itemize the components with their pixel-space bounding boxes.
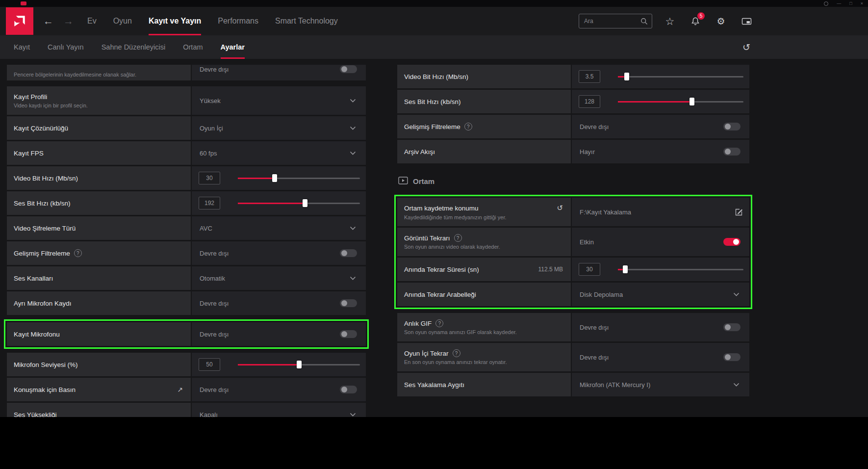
toggle-switch[interactable]	[340, 386, 357, 393]
slider-value-input[interactable]: 30	[579, 263, 600, 276]
edit-location-icon[interactable]	[734, 208, 743, 217]
highlight-box-right: Ortam kaydetme konumu↺Kaydedildiğinde tü…	[394, 195, 752, 309]
close-button[interactable]: ×	[861, 1, 863, 6]
setting-label-cell: Arşiv Akışı	[397, 140, 571, 163]
setting-row: Video Bit Hızı (Mb/sn)30	[7, 166, 366, 190]
toggle-switch[interactable]	[340, 299, 357, 307]
reset-icon[interactable]: ↺	[557, 204, 564, 212]
setting-row: Oyun İçi Tekrar?En son oyun oynama anını…	[397, 343, 749, 371]
subnav-item-1[interactable]: Kayıt	[14, 35, 30, 59]
slider[interactable]	[618, 98, 743, 105]
notifications-button[interactable]: 5	[689, 15, 701, 27]
slider-handle[interactable]	[297, 361, 302, 368]
chevron-down-icon[interactable]	[350, 276, 356, 281]
toggle-knob	[725, 124, 731, 130]
chevron-down-icon[interactable]	[350, 226, 356, 231]
nav-item-2[interactable]: Oyun	[113, 7, 132, 35]
slider-value-input[interactable]: 128	[579, 95, 600, 108]
setting-label: Anlık GIF	[404, 320, 432, 327]
overlay-button[interactable]	[740, 15, 752, 27]
setting-row: Kayıt FPS60 fps	[7, 141, 366, 165]
setting-row: Görüntü Tekrarı?Son oyun anınızı video o…	[397, 228, 749, 256]
back-button[interactable]: ←	[43, 7, 53, 35]
setting-label-cell: Ses Yüksekliği	[7, 403, 191, 417]
chevron-down-icon[interactable]	[733, 383, 740, 387]
slider-handle[interactable]	[623, 265, 628, 273]
slider-handle[interactable]	[272, 174, 277, 182]
info-icon[interactable]	[824, 1, 828, 6]
sub-nav-items: KayıtCanlı YayınSahne DüzenleyicisiOrtam…	[14, 35, 262, 59]
chevron-down-icon[interactable]	[350, 126, 356, 130]
toggle-switch[interactable]	[723, 123, 740, 130]
subnav-item-5[interactable]: Ayarlar	[221, 35, 245, 59]
external-link-icon[interactable]: ↗	[177, 386, 184, 393]
forward-button[interactable]: →	[63, 7, 74, 35]
setting-label-cell: Gelişmiş Filtreleme?	[7, 241, 191, 265]
slider[interactable]	[238, 361, 360, 368]
sub-navbar: KayıtCanlı YayınSahne DüzenleyicisiOrtam…	[0, 35, 868, 59]
maximize-button[interactable]: □	[849, 1, 852, 6]
setting-value: Otomatik	[200, 275, 225, 282]
nav-item-1[interactable]: Ev	[87, 7, 97, 35]
slider[interactable]	[618, 265, 743, 273]
setting-label: Ses Yüksekliği	[14, 411, 57, 417]
media-play-icon	[398, 177, 408, 186]
setting-label-line: Gelişmiş Filtreleme?	[14, 249, 184, 257]
slider[interactable]	[238, 199, 360, 207]
nav-item-3[interactable]: Kayıt ve Yayın	[149, 7, 201, 35]
subnav-item-2[interactable]: Canlı Yayın	[48, 35, 84, 59]
setting-value-cell: Devre dışı	[192, 322, 366, 346]
setting-label-cell: Mikrofon Seviyesi (%)	[7, 353, 191, 376]
search-input[interactable]: Ara	[579, 14, 652, 28]
nav-item-4[interactable]: Performans	[218, 7, 258, 35]
help-icon[interactable]: ?	[435, 319, 443, 327]
setting-label-cell: Ayrı Mikrofon Kaydı	[7, 291, 191, 315]
amd-logo[interactable]	[6, 7, 33, 35]
reset-defaults-icon[interactable]: ↺	[742, 42, 750, 53]
setting-label-line: Video Bit Hızı (Mb/sn)	[404, 73, 564, 80]
help-icon[interactable]: ?	[454, 234, 462, 242]
chevron-down-icon[interactable]	[350, 413, 356, 417]
help-icon[interactable]: ?	[453, 349, 460, 357]
slider-value-input[interactable]: 30	[199, 172, 220, 184]
favorites-button[interactable]: ☆	[664, 15, 676, 27]
toggle-switch[interactable]	[723, 148, 740, 156]
slider[interactable]	[618, 73, 743, 80]
setting-row: Arşiv AkışıHayır	[397, 140, 749, 163]
slider-handle[interactable]	[303, 199, 307, 207]
nav-item-5[interactable]: Smart Technology	[275, 7, 338, 35]
slider-value-input[interactable]: 50	[199, 358, 220, 371]
toggle-knob	[341, 387, 347, 392]
setting-row: Video Bit Hızı (Mb/sn)3.5	[397, 65, 749, 88]
slider[interactable]	[238, 174, 360, 182]
slider-handle[interactable]	[689, 98, 694, 105]
subnav-item-4[interactable]: Ortam	[183, 35, 203, 59]
slider-value-input[interactable]: 3.5	[579, 70, 600, 83]
toggle-switch[interactable]	[723, 238, 740, 246]
settings-right-column: Video Bit Hızı (Mb/sn)3.5Ses Bit Hızı (k…	[397, 65, 749, 417]
setting-sublabel: Pencere bölgelerinin kaydedilmesine olan…	[14, 72, 184, 78]
setting-value: Devre dışı	[200, 66, 229, 73]
help-icon[interactable]: ?	[74, 249, 82, 257]
minimize-button[interactable]: —	[837, 1, 841, 6]
toggle-switch[interactable]	[340, 330, 357, 338]
chevron-down-icon[interactable]	[733, 292, 740, 297]
help-icon[interactable]: ?	[464, 123, 472, 130]
setting-label-cell: Ses Yakalama Aygıtı	[397, 373, 571, 396]
subnav-item-3[interactable]: Sahne Düzenleyicisi	[102, 35, 166, 59]
setting-label-cell: Video Bit Hızı (Mb/sn)	[397, 65, 571, 88]
main-nav: EvOyunKayıt ve YayınPerformansSmart Tech…	[87, 7, 355, 35]
toggle-switch[interactable]	[340, 65, 357, 73]
slider-fill	[238, 203, 305, 204]
toggle-switch[interactable]	[723, 353, 740, 361]
toggle-switch[interactable]	[723, 323, 740, 331]
settings-button[interactable]: ⚙	[715, 15, 727, 27]
subnav-item-label: Canlı Yayın	[48, 43, 84, 51]
setting-label-line: Mikrofon Seviyesi (%)	[14, 361, 184, 368]
chevron-down-icon[interactable]	[350, 99, 356, 103]
slider-handle[interactable]	[624, 73, 629, 80]
toggle-switch[interactable]	[340, 249, 357, 257]
chevron-down-icon[interactable]	[350, 151, 356, 156]
toggle-knob	[341, 250, 347, 256]
slider-value-input[interactable]: 192	[199, 197, 220, 209]
